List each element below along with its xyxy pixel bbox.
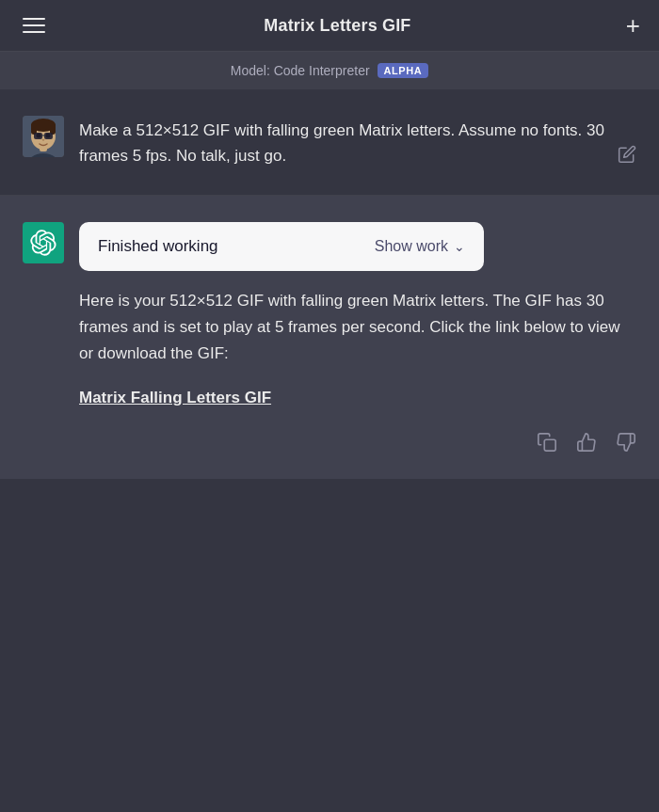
user-avatar xyxy=(23,116,64,157)
assistant-message: Finished working Show work ⌄ Here is you… xyxy=(0,196,659,478)
chevron-down-icon: ⌄ xyxy=(454,239,465,254)
show-work-text: Show work xyxy=(375,238,448,255)
user-message-text: Make a 512×512 GIF with falling green Ma… xyxy=(79,116,636,168)
assistant-content: Finished working Show work ⌄ Here is you… xyxy=(79,222,636,452)
user-message: Make a 512×512 GIF with falling green Ma… xyxy=(0,89,659,195)
assistant-avatar xyxy=(23,222,64,263)
matrix-gif-link[interactable]: Matrix Falling Letters GIF xyxy=(79,389,636,407)
new-chat-button[interactable]: + xyxy=(626,13,640,38)
action-icons-bar xyxy=(79,424,636,453)
hamburger-menu-button[interactable] xyxy=(19,14,49,37)
thumbs-up-button[interactable] xyxy=(576,432,597,453)
page-title: Matrix Letters GIF xyxy=(264,16,410,36)
model-label: Model: Code Interpreter xyxy=(231,63,370,78)
svg-rect-12 xyxy=(544,439,555,451)
alpha-badge: ALPHA xyxy=(378,63,429,78)
svg-rect-10 xyxy=(44,133,53,139)
finished-label: Finished working xyxy=(98,237,218,256)
svg-rect-9 xyxy=(34,133,42,139)
model-bar: Model: Code Interpreter ALPHA xyxy=(0,52,659,89)
edit-icon[interactable] xyxy=(618,145,636,168)
finished-working-card[interactable]: Finished working Show work ⌄ xyxy=(79,222,484,271)
copy-button[interactable] xyxy=(537,432,557,453)
show-work-area[interactable]: Show work ⌄ xyxy=(375,238,465,255)
chat-area: Make a 512×512 GIF with falling green Ma… xyxy=(0,89,659,812)
header: Matrix Letters GIF + xyxy=(0,0,659,52)
assistant-response-text: Here is your 512×512 GIF with falling gr… xyxy=(79,288,636,367)
thumbs-down-button[interactable] xyxy=(616,432,636,453)
